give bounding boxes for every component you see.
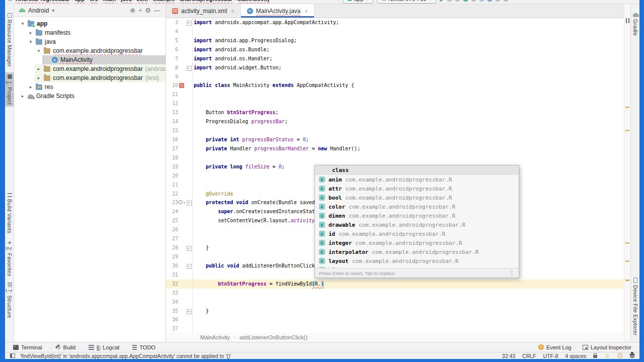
code-line[interactable]: 4 bbox=[166, 27, 624, 36]
tool-window-button-1-project[interactable]: 1: Project bbox=[5, 72, 14, 107]
completion-item-id[interactable]: cidcom.example.androidprogressbar.R bbox=[315, 229, 519, 238]
code-line[interactable]: 35 } bbox=[166, 307, 624, 316]
locate-file-icon[interactable]: ⊕ bbox=[130, 7, 135, 14]
completion-item-drawable[interactable]: cdrawablecom.example.androidprogressbar.… bbox=[315, 220, 519, 229]
breadcrumb-item[interactable]: MainActivity bbox=[237, 0, 270, 2]
expand-arrow-icon[interactable]: ▸ bbox=[28, 30, 33, 35]
code-line[interactable]: 36 bbox=[166, 315, 624, 324]
error-stripe[interactable] bbox=[624, 4, 630, 342]
toolbar-icon[interactable] bbox=[455, 0, 460, 2]
smiley-icon[interactable]: ☺ bbox=[604, 353, 610, 358]
code-line[interactable]: 9 bbox=[166, 72, 624, 81]
warning-stripe-mark[interactable] bbox=[625, 107, 629, 108]
code-line[interactable]: 7import android.os.Handler; bbox=[166, 54, 624, 63]
line-ending[interactable]: CRLF bbox=[522, 353, 536, 359]
breadcrumb-class[interactable]: MainActivity bbox=[200, 334, 230, 340]
hide-panel-icon[interactable]: — bbox=[154, 7, 160, 14]
completion-item-bool[interactable]: cboolcom.example.androidprogressbar.R bbox=[315, 193, 519, 202]
override-method-icon[interactable] bbox=[179, 200, 183, 204]
completion-item-interpolator[interactable]: cinterpolatorcom.example.androidprogress… bbox=[315, 247, 519, 256]
breadcrumb-item[interactable]: src bbox=[90, 0, 98, 2]
expand-arrow-icon[interactable]: ▸ bbox=[36, 75, 41, 80]
back-arrow-icon[interactable]: ‹ bbox=[338, 0, 339, 2]
tool-button-layout-inspector[interactable]: Layout Inspector bbox=[583, 344, 631, 350]
window-toggle-icon[interactable] bbox=[10, 353, 15, 358]
completion-item-integer[interactable]: cintegercom.example.androidprogressbar.R bbox=[315, 238, 519, 247]
tree-item[interactable]: ▸com.example.androidprogressbar(androidT… bbox=[14, 64, 166, 73]
tool-window-button-gradle[interactable]: Gradle bbox=[631, 11, 640, 38]
completion-item-dimen[interactable]: cdimencom.example.androidprogressbar.R bbox=[315, 211, 519, 220]
device-selector[interactable]: Nexus 5 API 25 ▾ bbox=[377, 0, 436, 4]
tool-window-button-7-structure[interactable]: 7: Structure bbox=[5, 281, 14, 320]
toolbar-icon[interactable] bbox=[496, 0, 500, 2]
toolbar-icon[interactable] bbox=[463, 0, 468, 2]
breadcrumb-item[interactable]: androidprogressbar bbox=[180, 0, 233, 2]
lock-icon[interactable] bbox=[593, 355, 597, 358]
warning-stripe-mark[interactable] bbox=[625, 260, 629, 262]
breadcrumb-item[interactable]: AndroidProgressBar bbox=[16, 0, 70, 2]
breadcrumb-item[interactable]: app bbox=[75, 0, 85, 2]
code-line[interactable]: 15 bbox=[166, 126, 624, 135]
caret-position[interactable]: 32:43 bbox=[502, 353, 515, 359]
tool-button-todo[interactable]: TODO bbox=[132, 344, 155, 350]
breadcrumb-item[interactable]: com bbox=[136, 0, 148, 2]
tree-item[interactable]: CMainActivity bbox=[14, 55, 166, 64]
code-line[interactable]: 11 bbox=[166, 90, 624, 99]
code-line[interactable]: 14 ProgressDialog progressBar; bbox=[166, 117, 624, 126]
expand-arrow-icon[interactable]: ▾ bbox=[36, 48, 41, 53]
encoding[interactable]: UTF-8 bbox=[543, 353, 558, 359]
close-tab-icon[interactable]: × bbox=[304, 8, 307, 14]
fold-marker[interactable] bbox=[186, 198, 192, 207]
tree-item[interactable]: ▸res bbox=[14, 82, 166, 92]
class-gutter-icon[interactable] bbox=[179, 83, 184, 88]
close-tab-icon[interactable]: × bbox=[231, 8, 234, 14]
completion-item-anim[interactable]: canimcom.example.androidprogressbar.R bbox=[315, 175, 519, 184]
expand-arrow-icon[interactable]: ▾ bbox=[28, 39, 33, 44]
tool-window-button-device-file-explorer[interactable]: Device File Explorer bbox=[631, 276, 640, 337]
completion-item-color[interactable]: ccolorcom.example.androidprogressbar.R bbox=[315, 202, 519, 211]
toolbar-icon[interactable] bbox=[479, 0, 484, 2]
search-icon[interactable] bbox=[504, 0, 508, 2]
completion-item-layout[interactable]: clayoutcom.example.androidprogressbar.R bbox=[315, 256, 519, 265]
toolbar-icon[interactable] bbox=[471, 0, 476, 2]
inspections-hector-icon[interactable] bbox=[630, 353, 634, 358]
breadcrumb-item[interactable]: main bbox=[103, 0, 116, 2]
chevron-down-icon[interactable]: ▾ bbox=[52, 8, 54, 13]
tree-item[interactable]: ▾com.example.androidprogressbar bbox=[14, 46, 166, 55]
warning-stripe-mark[interactable] bbox=[625, 130, 629, 131]
warning-stripe-mark[interactable] bbox=[625, 242, 629, 244]
code-line[interactable]: 17 private Handler progressBarHandler = … bbox=[166, 144, 624, 153]
fold-marker[interactable] bbox=[186, 18, 192, 27]
tool-window-button-resource-manager[interactable]: Resource Manager bbox=[5, 11, 14, 69]
code-line[interactable]: 33 bbox=[166, 289, 624, 298]
code-line[interactable]: 13 Button btnStartProgress; bbox=[166, 108, 624, 117]
gear-icon[interactable]: ⚙ bbox=[145, 7, 151, 14]
expand-arrow-icon[interactable]: ▸ bbox=[20, 94, 25, 99]
editor-tab-activity-main-xml[interactable]: activity_main.xml× bbox=[166, 4, 241, 18]
code-line[interactable]: 16 private int progressBarStatus = 0; bbox=[166, 135, 624, 144]
fold-marker[interactable] bbox=[186, 243, 192, 252]
tree-item[interactable]: ▾app bbox=[14, 19, 166, 28]
code-line[interactable]: 8import android.widget.Button; bbox=[166, 63, 624, 72]
code-line[interactable]: 3import androidx.appcompat.app.AppCompat… bbox=[166, 18, 624, 27]
tool-button-terminal[interactable]: Terminal bbox=[13, 344, 42, 350]
code-line[interactable]: 37 bbox=[166, 324, 624, 333]
tool-window-button-build-variants[interactable]: Build Variants bbox=[5, 191, 14, 235]
breadcrumb-item[interactable]: example bbox=[153, 0, 175, 2]
tree-item[interactable]: ▾java bbox=[14, 37, 166, 46]
code-line[interactable]: 12 bbox=[166, 99, 624, 108]
expand-arrow-icon[interactable]: ▸ bbox=[36, 66, 41, 71]
tree-item[interactable]: ▸manifests bbox=[14, 28, 166, 37]
tool-button-build[interactable]: Build bbox=[55, 344, 75, 350]
fold-marker[interactable] bbox=[186, 307, 192, 316]
code-line[interactable]: 34 bbox=[166, 298, 624, 307]
indent-setting[interactable]: 4 spaces bbox=[565, 353, 586, 359]
expand-arrow-icon[interactable]: ▾ bbox=[20, 21, 25, 26]
expand-arrow-icon[interactable]: ▸ bbox=[28, 84, 33, 89]
frowny-icon[interactable]: ☹ bbox=[617, 353, 623, 358]
project-view-selector[interactable]: Android bbox=[28, 7, 49, 14]
tree-item[interactable]: ▸Gradle Scripts bbox=[14, 92, 166, 101]
code-line[interactable]: 6import android.os.Bundle; bbox=[166, 45, 624, 54]
code-line[interactable]: 5import android.app.ProgressDialog; bbox=[166, 36, 624, 45]
run-config-selector[interactable]: app ▾ bbox=[343, 0, 373, 4]
